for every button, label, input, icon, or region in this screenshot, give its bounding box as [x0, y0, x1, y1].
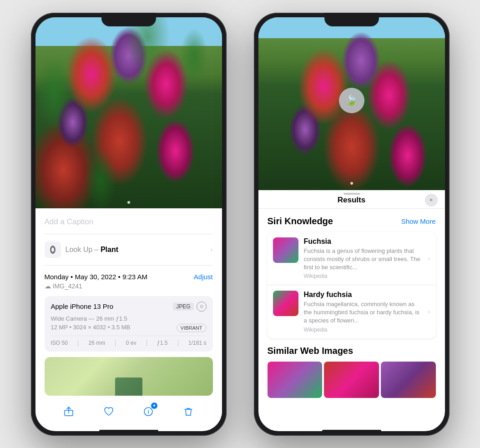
photo-dot-right — [350, 182, 353, 185]
knowledge-item-fuchsia[interactable]: Fuchsia Fuchsia is a genus of flowering … — [268, 232, 436, 286]
camera-info-box: Apple iPhone 13 Pro JPEG ⊙ Wide Camera —… — [45, 296, 213, 352]
exif-focal: 26 mm — [88, 340, 105, 346]
results-title: Results — [338, 196, 365, 205]
location-row: ☁ IMG_4241 — [45, 282, 213, 290]
exif-divider-1 — [78, 340, 78, 346]
caption-input[interactable]: Add a Caption — [45, 216, 213, 234]
home-indicator-left — [99, 430, 158, 432]
delete-button[interactable] — [180, 403, 197, 420]
exif-shutter: 1/181 s — [188, 340, 206, 346]
left-phone: Add a Caption Look Up – Plant › — [31, 13, 227, 436]
visual-search-bubble[interactable]: 🍃 — [339, 88, 364, 113]
info-button[interactable]: ✦ — [140, 403, 157, 420]
siri-knowledge-title: Siri Knowledge — [268, 216, 333, 227]
camera-header: Apple iPhone 13 Pro JPEG ⊙ — [51, 302, 207, 312]
exif-ev: 0 ev — [126, 340, 136, 346]
camera-badges: JPEG ⊙ — [173, 302, 206, 312]
filename-text: IMG_4241 — [53, 282, 82, 290]
date-line: Monday • May 30, 2022 • 9:23 AM Adjust — [45, 273, 213, 281]
camera-specs: 12 MP • 3024 × 4032 • 3.5 MB VIBRANT — [51, 324, 207, 332]
info-badge: ✦ — [151, 403, 157, 409]
camera-wide-detail: Wide Camera — 26 mm ƒ1.5 — [51, 315, 207, 322]
map-area[interactable] — [45, 357, 213, 396]
notch-right — [324, 13, 379, 26]
hardy-fuchsia-content: Hardy fuchsia Fuchsia magellanica, commo… — [304, 291, 423, 333]
hardy-fuchsia-description: Fuchsia magellanica, commonly known as t… — [304, 300, 423, 325]
web-image-1[interactable] — [268, 362, 323, 398]
date-text: Monday • May 30, 2022 • 9:23 AM — [45, 273, 147, 281]
share-button[interactable] — [61, 403, 77, 420]
adjust-button[interactable]: Adjust — [194, 273, 213, 281]
exif-divider-2 — [115, 340, 116, 346]
web-images-title: Similar Web Images — [268, 346, 354, 356]
photo-pagination-dot — [127, 201, 130, 204]
cloud-icon: ☁ — [45, 282, 51, 290]
web-images-section: Similar Web Images — [268, 346, 436, 398]
exif-aperture: ƒ1.5 — [157, 340, 167, 346]
fuchsia-thumbnail — [273, 237, 298, 263]
hardy-fuchsia-source: Wikipedia — [304, 327, 423, 333]
settings-icon[interactable]: ⊙ — [197, 302, 207, 312]
favorite-button[interactable] — [101, 403, 117, 420]
lookup-text: Look Up – Plant — [66, 246, 119, 254]
web-image-2[interactable] — [324, 362, 379, 398]
show-more-button[interactable]: Show More — [401, 217, 436, 225]
lookup-arrow-icon: › — [211, 246, 213, 253]
results-body: Siri Knowledge Show More Fuchsia Fuchsia… — [258, 209, 445, 405]
hardy-fuchsia-thumbnail — [273, 291, 298, 316]
flower-overlay — [35, 17, 222, 208]
vibrant-badge: VIBRANT — [177, 324, 207, 332]
exif-row: ISO 50 26 mm 0 ev ƒ1.5 1/181 s — [51, 336, 207, 346]
fuchsia-content: Fuchsia Fuchsia is a genus of flowering … — [304, 237, 423, 280]
home-indicator-right — [322, 430, 381, 432]
leaf-icon: 🍃 — [345, 95, 358, 106]
web-images-header: Similar Web Images — [268, 346, 436, 356]
exif-divider-4 — [178, 340, 178, 346]
lookup-icon — [45, 242, 61, 258]
bottom-toolbar: ✦ — [35, 399, 222, 420]
exif-iso: ISO 50 — [51, 340, 68, 346]
right-screen: 🍃 Results × Siri Knowledge Show More — [258, 17, 445, 431]
date-row: Monday • May 30, 2022 • 9:23 AM Adjust — [45, 273, 213, 281]
format-badge: JPEG — [173, 302, 193, 311]
notch — [101, 13, 156, 26]
knowledge-card: Fuchsia Fuchsia is a genus of flowering … — [268, 232, 436, 338]
photo-right[interactable]: 🍃 — [258, 17, 445, 190]
camera-name: Apple iPhone 13 Pro — [51, 302, 114, 310]
siri-knowledge-header: Siri Knowledge Show More — [268, 216, 436, 227]
knowledge-item-hardy-fuchsia[interactable]: Hardy fuchsia Fuchsia magellanica, commo… — [268, 285, 436, 338]
hardy-fuchsia-arrow-icon: › — [428, 308, 430, 315]
svg-point-1 — [51, 247, 54, 252]
fuchsia-description: Fuchsia is a genus of flowering plants t… — [304, 247, 423, 272]
web-image-3[interactable] — [381, 362, 436, 398]
results-panel: Results × Siri Knowledge Show More Fuc — [258, 190, 445, 405]
right-phone: 🍃 Results × Siri Knowledge Show More — [254, 13, 450, 436]
close-button[interactable]: × — [425, 194, 438, 206]
left-screen: Add a Caption Look Up – Plant › — [35, 17, 222, 431]
fuchsia-arrow-icon: › — [428, 255, 430, 262]
exif-divider-3 — [147, 340, 147, 346]
drag-handle[interactable] — [344, 193, 360, 195]
results-header: Results × — [258, 190, 445, 209]
fuchsia-source: Wikipedia — [304, 273, 423, 279]
hardy-fuchsia-title: Hardy fuchsia — [304, 291, 423, 299]
photo-left[interactable] — [35, 17, 222, 208]
fuchsia-title: Fuchsia — [304, 237, 423, 246]
info-section: Add a Caption Look Up – Plant › — [35, 208, 222, 403]
camera-mp-detail: 12 MP • 3024 × 4032 • 3.5 MB — [51, 324, 131, 331]
web-images-grid — [268, 362, 436, 398]
lookup-row[interactable]: Look Up – Plant › — [45, 242, 213, 266]
